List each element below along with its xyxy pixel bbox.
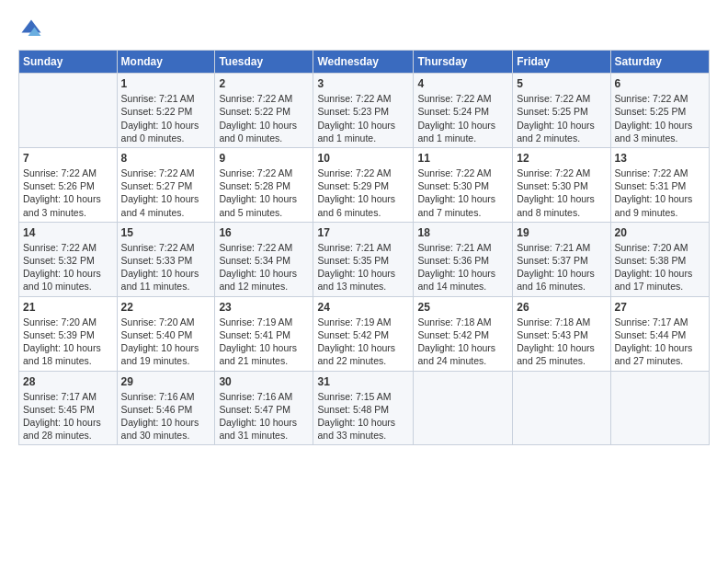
svg-marker-0 [22, 20, 41, 33]
calendar-cell: 31Sunrise: 7:15 AMSunset: 5:48 PMDayligh… [313, 371, 414, 445]
day-number: 21 [23, 300, 113, 315]
day-info: Sunrise: 7:22 AMSunset: 5:30 PMDaylight:… [517, 167, 606, 219]
day-info: Sunrise: 7:22 AMSunset: 5:23 PMDaylight:… [317, 92, 409, 144]
day-info: Sunrise: 7:22 AMSunset: 5:24 PMDaylight:… [417, 92, 508, 144]
page-container: SundayMondayTuesdayWednesdayThursdayFrid… [0, 0, 728, 454]
calendar-cell: 6Sunrise: 7:22 AMSunset: 5:25 PMDaylight… [610, 74, 709, 148]
day-number: 1 [121, 76, 211, 91]
day-info: Sunrise: 7:19 AMSunset: 5:41 PMDaylight:… [219, 316, 309, 368]
day-number: 27 [615, 300, 705, 315]
day-number: 9 [219, 151, 309, 166]
day-info: Sunrise: 7:15 AMSunset: 5:48 PMDaylight:… [317, 390, 409, 442]
day-info: Sunrise: 7:16 AMSunset: 5:46 PMDaylight:… [121, 390, 211, 442]
day-number: 30 [219, 374, 309, 389]
calendar-cell: 22Sunrise: 7:20 AMSunset: 5:40 PMDayligh… [117, 296, 215, 371]
calendar-cell: 20Sunrise: 7:20 AMSunset: 5:38 PMDayligh… [610, 222, 709, 296]
day-info: Sunrise: 7:21 AMSunset: 5:37 PMDaylight:… [517, 241, 606, 293]
calendar-cell: 19Sunrise: 7:21 AMSunset: 5:37 PMDayligh… [513, 222, 610, 296]
day-info: Sunrise: 7:22 AMSunset: 5:25 PMDaylight:… [517, 92, 606, 144]
day-number: 12 [517, 151, 606, 166]
calendar-cell: 29Sunrise: 7:16 AMSunset: 5:46 PMDayligh… [117, 371, 215, 445]
day-number: 6 [615, 76, 705, 91]
day-info: Sunrise: 7:22 AMSunset: 5:22 PMDaylight:… [219, 92, 309, 144]
calendar-cell: 17Sunrise: 7:21 AMSunset: 5:35 PMDayligh… [313, 222, 414, 296]
calendar-cell: 3Sunrise: 7:22 AMSunset: 5:23 PMDaylight… [313, 74, 414, 148]
day-number: 15 [121, 225, 211, 240]
day-number: 8 [121, 151, 211, 166]
col-header-friday: Friday [513, 51, 610, 74]
day-number: 19 [517, 225, 606, 240]
calendar-cell: 21Sunrise: 7:20 AMSunset: 5:39 PMDayligh… [19, 296, 118, 371]
calendar-cell: 9Sunrise: 7:22 AMSunset: 5:28 PMDaylight… [215, 147, 313, 222]
calendar-cell [513, 371, 610, 445]
calendar-cell: 14Sunrise: 7:22 AMSunset: 5:32 PMDayligh… [19, 222, 118, 296]
calendar-cell: 7Sunrise: 7:22 AMSunset: 5:26 PMDaylight… [19, 147, 118, 222]
calendar-cell: 27Sunrise: 7:17 AMSunset: 5:44 PMDayligh… [610, 296, 709, 371]
col-header-saturday: Saturday [610, 51, 709, 74]
day-info: Sunrise: 7:17 AMSunset: 5:45 PMDaylight:… [23, 390, 113, 442]
day-number: 18 [417, 225, 508, 240]
day-number: 31 [317, 374, 409, 389]
calendar-cell: 4Sunrise: 7:22 AMSunset: 5:24 PMDaylight… [414, 74, 513, 148]
calendar-cell: 10Sunrise: 7:22 AMSunset: 5:29 PMDayligh… [313, 147, 414, 222]
day-info: Sunrise: 7:22 AMSunset: 5:28 PMDaylight:… [219, 167, 309, 219]
calendar-cell: 1Sunrise: 7:21 AMSunset: 5:22 PMDaylight… [117, 74, 215, 148]
calendar-cell: 28Sunrise: 7:17 AMSunset: 5:45 PMDayligh… [19, 371, 118, 445]
calendar-cell: 24Sunrise: 7:19 AMSunset: 5:42 PMDayligh… [313, 296, 414, 371]
day-info: Sunrise: 7:16 AMSunset: 5:47 PMDaylight:… [219, 390, 309, 442]
day-number: 7 [23, 151, 113, 166]
day-info: Sunrise: 7:22 AMSunset: 5:25 PMDaylight:… [615, 92, 705, 144]
calendar-cell: 18Sunrise: 7:21 AMSunset: 5:36 PMDayligh… [414, 222, 513, 296]
day-number: 11 [417, 151, 508, 166]
day-info: Sunrise: 7:20 AMSunset: 5:39 PMDaylight:… [23, 316, 113, 368]
day-number: 4 [417, 76, 508, 91]
header [18, 17, 710, 42]
calendar-cell: 25Sunrise: 7:18 AMSunset: 5:42 PMDayligh… [414, 296, 513, 371]
day-number: 13 [615, 151, 705, 166]
day-info: Sunrise: 7:17 AMSunset: 5:44 PMDaylight:… [615, 316, 705, 368]
day-info: Sunrise: 7:18 AMSunset: 5:43 PMDaylight:… [517, 316, 606, 368]
day-number: 24 [317, 300, 409, 315]
logo-icon [18, 17, 44, 42]
col-header-monday: Monday [117, 51, 215, 74]
day-number: 2 [219, 76, 309, 91]
calendar-cell: 26Sunrise: 7:18 AMSunset: 5:43 PMDayligh… [513, 296, 610, 371]
calendar-cell: 13Sunrise: 7:22 AMSunset: 5:31 PMDayligh… [610, 147, 709, 222]
week-row: 7Sunrise: 7:22 AMSunset: 5:26 PMDaylight… [19, 147, 710, 222]
day-number: 29 [121, 374, 211, 389]
day-number: 22 [121, 300, 211, 315]
day-info: Sunrise: 7:21 AMSunset: 5:22 PMDaylight:… [121, 92, 211, 144]
calendar-cell: 23Sunrise: 7:19 AMSunset: 5:41 PMDayligh… [215, 296, 313, 371]
day-info: Sunrise: 7:22 AMSunset: 5:26 PMDaylight:… [23, 167, 113, 219]
calendar-cell [610, 371, 709, 445]
day-info: Sunrise: 7:19 AMSunset: 5:42 PMDaylight:… [317, 316, 409, 368]
day-info: Sunrise: 7:22 AMSunset: 5:27 PMDaylight:… [121, 167, 211, 219]
day-number: 17 [317, 225, 409, 240]
calendar-cell: 5Sunrise: 7:22 AMSunset: 5:25 PMDaylight… [513, 74, 610, 148]
day-number: 10 [317, 151, 409, 166]
day-info: Sunrise: 7:22 AMSunset: 5:31 PMDaylight:… [615, 167, 705, 219]
day-number: 28 [23, 374, 113, 389]
calendar-cell: 16Sunrise: 7:22 AMSunset: 5:34 PMDayligh… [215, 222, 313, 296]
day-info: Sunrise: 7:21 AMSunset: 5:35 PMDaylight:… [317, 241, 409, 293]
day-info: Sunrise: 7:22 AMSunset: 5:29 PMDaylight:… [317, 167, 409, 219]
day-number: 20 [615, 225, 705, 240]
day-number: 25 [417, 300, 508, 315]
day-info: Sunrise: 7:21 AMSunset: 5:36 PMDaylight:… [417, 241, 508, 293]
header-row: SundayMondayTuesdayWednesdayThursdayFrid… [19, 51, 710, 74]
calendar-cell: 2Sunrise: 7:22 AMSunset: 5:22 PMDaylight… [215, 74, 313, 148]
day-number: 23 [219, 300, 309, 315]
day-info: Sunrise: 7:22 AMSunset: 5:32 PMDaylight:… [23, 241, 113, 293]
week-row: 28Sunrise: 7:17 AMSunset: 5:45 PMDayligh… [19, 371, 710, 445]
day-number: 5 [517, 76, 606, 91]
day-info: Sunrise: 7:22 AMSunset: 5:33 PMDaylight:… [121, 241, 211, 293]
day-number: 14 [23, 225, 113, 240]
calendar-cell: 11Sunrise: 7:22 AMSunset: 5:30 PMDayligh… [414, 147, 513, 222]
calendar-cell: 15Sunrise: 7:22 AMSunset: 5:33 PMDayligh… [117, 222, 215, 296]
day-number: 16 [219, 225, 309, 240]
logo [18, 17, 48, 42]
day-info: Sunrise: 7:22 AMSunset: 5:30 PMDaylight:… [417, 167, 508, 219]
col-header-wednesday: Wednesday [313, 51, 414, 74]
col-header-tuesday: Tuesday [215, 51, 313, 74]
calendar-cell: 30Sunrise: 7:16 AMSunset: 5:47 PMDayligh… [215, 371, 313, 445]
